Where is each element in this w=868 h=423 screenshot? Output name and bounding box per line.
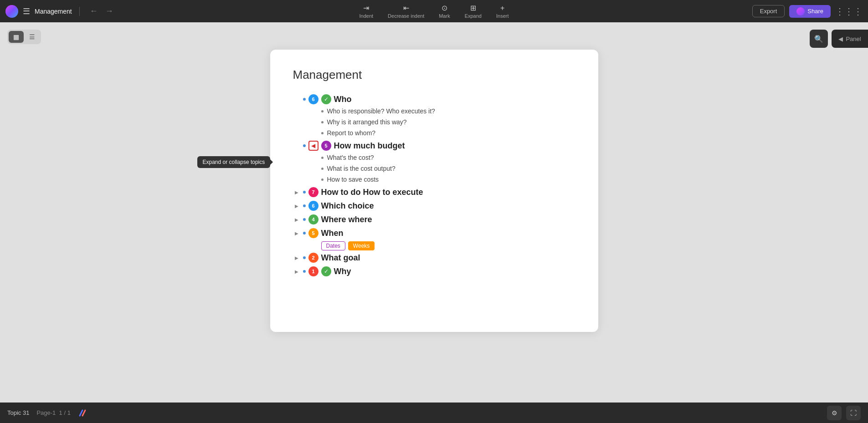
share-button[interactable]: Share: [789, 5, 831, 18]
list-item: Expand or collapse topics ▶ ◀ 5 How much…: [293, 139, 575, 185]
sub-dot: [321, 168, 324, 170]
search-button[interactable]: 🔍: [810, 30, 828, 48]
share-avatar: [796, 7, 805, 15]
bullet-dot: [303, 98, 306, 101]
list-item: ▶ 2 What goal: [293, 251, 575, 264]
fullscreen-button[interactable]: ⛶: [846, 406, 861, 420]
decrease-indent-tool[interactable]: ⇤ Decrease indent: [388, 4, 424, 19]
num-badge-7: 7: [308, 187, 318, 197]
status-icon-button[interactable]: ⚙: [827, 406, 842, 420]
sub-text: How to save costs: [327, 176, 379, 183]
insert-icon: +: [500, 4, 504, 12]
grid-view-button[interactable]: ▦: [9, 31, 24, 43]
export-button[interactable]: Export: [752, 5, 785, 17]
list-item: ▶ 7 How to do How to execute: [293, 186, 575, 199]
status-logo: [78, 408, 87, 418]
list-item: ▶ 6 Which choice: [293, 199, 575, 212]
item-text-which: Which choice: [321, 201, 374, 211]
toolbar-center: ⇥ Indent ⇤ Decrease indent ⊙ Mark ⊞ Expa…: [360, 4, 509, 19]
num-badge-6b: 6: [308, 201, 318, 211]
list-item: How to save costs: [321, 174, 575, 185]
indent-tool[interactable]: ⇥ Indent: [360, 4, 374, 19]
tag-dates[interactable]: Dates: [321, 241, 345, 250]
list-item: Report to whom?: [321, 127, 575, 138]
tag-row-when: Dates Weeks: [321, 241, 575, 250]
status-page: Page-1 1 / 1: [36, 409, 70, 416]
undo-button[interactable]: ←: [87, 5, 101, 18]
item-text-when: When: [321, 229, 344, 238]
document-card: Management ▶ 6 ✓ Who Who is responsib: [270, 50, 598, 332]
mark-tool[interactable]: ⊙ Mark: [439, 4, 450, 19]
redo-button[interactable]: →: [103, 5, 116, 18]
expand-arrow[interactable]: ▶: [293, 189, 300, 196]
expand-arrow[interactable]: ▶: [293, 202, 300, 209]
svg-line-0: [80, 410, 82, 416]
item-text-whatgoal: What goal: [321, 253, 360, 263]
sub-text: Who is responsible? Who executes it?: [327, 107, 435, 115]
svg-line-1: [82, 410, 85, 416]
doc-title: Management: [293, 68, 575, 82]
document-title: Management: [35, 8, 72, 15]
decrease-indent-icon: ⇤: [403, 4, 409, 12]
list-item: What's the cost?: [321, 152, 575, 163]
item-row-whatgoal[interactable]: ▶ 2 What goal: [293, 251, 575, 264]
sub-dot: [321, 132, 324, 134]
list-item: What is the cost output?: [321, 163, 575, 174]
tooltip-bubble: Expand or collapse topics: [197, 156, 271, 168]
bullet-dot: [303, 232, 306, 234]
toolbar: ☰ Management ← → ⇥ Indent ⇤ Decrease ind…: [0, 0, 868, 22]
item-text-who: Who: [334, 95, 352, 104]
toolbar-right: Export Share ⋮⋮⋮: [752, 5, 863, 18]
toolbar-nav: ← →: [87, 5, 116, 18]
list-item: Why is it arranged this way?: [321, 117, 575, 127]
grid-icon[interactable]: ⋮⋮⋮: [835, 6, 863, 17]
list-item: ▶ 6 ✓ Who Who is responsible? Who execut…: [293, 93, 575, 138]
item-row-when[interactable]: ▶ 5 When: [293, 227, 575, 240]
check-badge: ✓: [321, 94, 331, 104]
expand-tool[interactable]: ⊞ Expand: [465, 4, 482, 19]
sub-list-who: Who is responsible? Who executes it? Why…: [321, 106, 575, 138]
item-row-where[interactable]: ▶ 4 Where where: [293, 213, 575, 226]
sub-dot: [321, 121, 324, 123]
insert-tool[interactable]: + Insert: [496, 4, 509, 19]
menu-icon[interactable]: ☰: [23, 6, 30, 16]
expand-arrow[interactable]: ▶: [293, 216, 300, 223]
outline-list: ▶ 6 ✓ Who Who is responsible? Who execut…: [293, 93, 575, 278]
item-row-which[interactable]: ▶ 6 Which choice: [293, 199, 575, 212]
num-badge-4: 4: [308, 214, 318, 224]
num-badge-6: 6: [308, 94, 318, 104]
right-panel-toggle: 🔍 ◀ Panel: [810, 30, 868, 48]
expand-arrow[interactable]: ▶: [293, 254, 300, 261]
toolbar-left: ☰ Management ← →: [5, 5, 116, 18]
collapse-indicator[interactable]: ◀: [308, 141, 318, 151]
view-toggle: ▦ ☰: [7, 30, 41, 44]
list-view-button[interactable]: ☰: [25, 31, 40, 43]
item-text-budget: How much budget: [334, 141, 405, 151]
item-row-howtodo[interactable]: ▶ 7 How to do How to execute: [293, 186, 575, 199]
main-area: ▦ ☰ Management ▶ 6 ✓ Who: [0, 22, 868, 423]
sub-list-budget: What's the cost? What is the cost output…: [321, 152, 575, 185]
item-text-howtodo: How to do How to execute: [321, 188, 423, 197]
bullet-dot: [303, 270, 306, 273]
expand-arrow[interactable]: ▶: [293, 268, 300, 275]
bullet-dot: [303, 204, 306, 207]
num-badge-1: 1: [308, 266, 318, 276]
bullet-dot: [303, 218, 306, 221]
indent-icon: ⇥: [363, 4, 369, 12]
item-row-why[interactable]: ▶ 1 ✓ Why: [293, 265, 575, 278]
num-badge-5: 5: [321, 141, 331, 151]
canvas-area: Management ▶ 6 ✓ Who Who is responsib: [0, 22, 868, 423]
item-row-budget[interactable]: ▶ ◀ 5 How much budget: [293, 139, 575, 152]
bullet-dot: [303, 256, 306, 259]
status-bar: Topic 31 Page-1 1 / 1 ⚙ ⛶: [0, 403, 868, 423]
sub-dot: [321, 178, 324, 181]
sub-text: What's the cost?: [327, 154, 374, 161]
tag-weeks[interactable]: Weeks: [348, 241, 375, 250]
item-row-who[interactable]: ▶ 6 ✓ Who: [293, 93, 575, 106]
expand-arrow[interactable]: ▶: [293, 229, 300, 237]
list-item: ▶ 4 Where where: [293, 213, 575, 226]
item-text-where: Where where: [321, 215, 372, 224]
panel-toggle-button[interactable]: ◀ Panel: [832, 30, 868, 48]
bullet-dot: [303, 191, 306, 194]
mark-icon: ⊙: [442, 4, 447, 12]
